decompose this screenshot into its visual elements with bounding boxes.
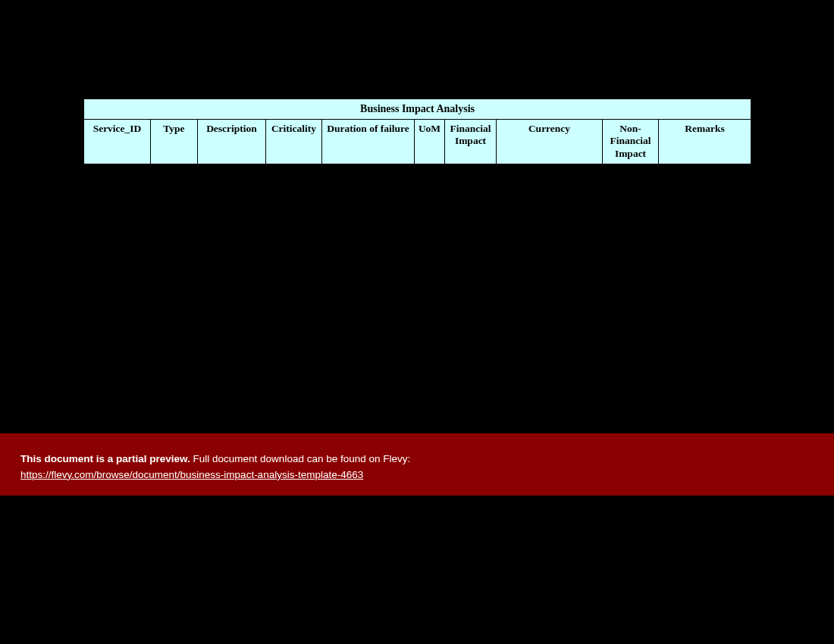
col-type: Type [151, 119, 198, 164]
banner-rest-text: Full document download can be found on F… [190, 453, 410, 464]
col-financial-impact: Financial Impact [445, 119, 497, 164]
table-title: Business Impact Analysis [84, 99, 751, 120]
col-criticality: Criticality [266, 119, 322, 164]
preview-banner: This document is a partial preview. Full… [0, 433, 834, 496]
col-service-id: Service_ID [84, 119, 151, 164]
page-root: Business Impact Analysis Service_ID Type… [0, 0, 834, 644]
bia-table-container: Business Impact Analysis Service_ID Type… [83, 98, 751, 164]
banner-link[interactable]: https://flevy.com/browse/document/busine… [20, 469, 363, 480]
banner-bold-text: This document is a partial preview. [20, 453, 190, 464]
col-remarks: Remarks [659, 119, 751, 164]
col-non-financial-impact: Non-Financial Impact [603, 119, 659, 164]
bia-table: Business Impact Analysis Service_ID Type… [83, 98, 751, 164]
col-uom: UoM [415, 119, 445, 164]
col-description: Description [198, 119, 266, 164]
col-currency: Currency [497, 119, 603, 164]
col-duration-of-failure: Duration of failure [322, 119, 415, 164]
